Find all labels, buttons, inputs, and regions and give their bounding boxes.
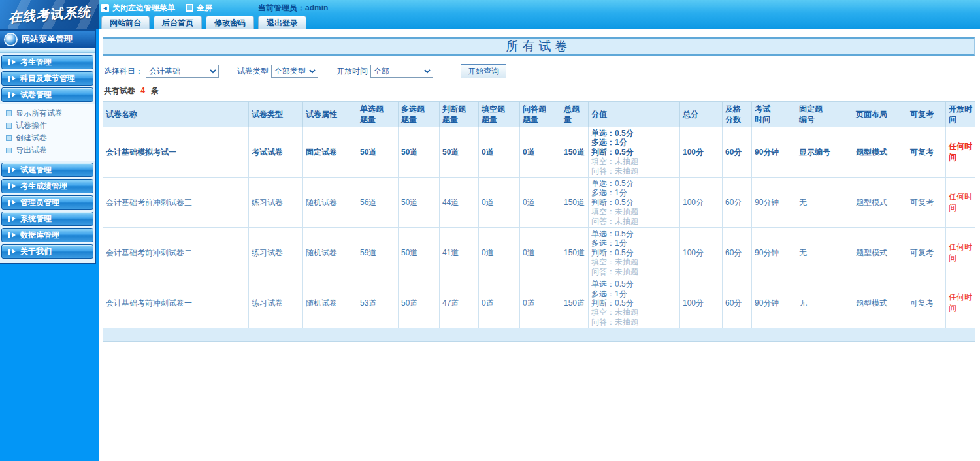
cell-retake: 可复考 — [907, 228, 946, 278]
cell-type: 练习试卷 — [249, 278, 303, 328]
cell-name: 会计基础考前冲刺试卷二 — [103, 228, 249, 278]
sidebar-item-label: 系统管理 — [20, 214, 52, 225]
cell-multi: 50道 — [399, 127, 440, 178]
tab-logout[interactable]: 退出登录 — [258, 16, 306, 29]
col-duration: 考试 时间 — [752, 102, 796, 127]
query-button[interactable]: 开始查询 — [461, 64, 506, 78]
table-row-paper-4: 会计基础考前冲刺试卷一练习试卷随机试卷53道50道47道0道0道150道单选：0… — [103, 278, 975, 328]
cell-scores: 单选：0.5分多选：1分判断：0.5分填空：未抽题问答：未抽题 — [589, 228, 680, 278]
play-bar-icon — [8, 200, 16, 206]
papers-table-header-row: 试卷名称试卷类型试卷属性单选题 题量多选题 题量判断题 题量填空题 题量问答题 … — [103, 102, 975, 127]
sidebar-subitem-export-paper[interactable]: 导出试卷 — [6, 144, 95, 157]
cell-qa: 0道 — [520, 278, 561, 328]
sidebar-submenu: 显示所有试卷试卷操作创建试卷导出试卷 — [0, 104, 95, 161]
play-bar-icon — [8, 76, 16, 82]
tab-site-front[interactable]: 网站前台 — [101, 16, 150, 29]
sidebar: 在线考试系统 网站菜单管理 考生管理科目及章节管理试卷管理显示所有试卷试卷操作创… — [0, 0, 99, 461]
score-line: 单选：0.5分 — [591, 279, 677, 289]
cell-judge: 41道 — [440, 228, 479, 278]
sidebar-item-label: 试题管理 — [20, 165, 52, 176]
cell-single: 56道 — [357, 178, 399, 228]
current-admin-label: 当前管理员：admin — [258, 3, 328, 14]
square-bullet-icon — [6, 110, 12, 116]
collapse-menu-label: 关闭左边管理菜单 — [112, 3, 175, 14]
cell-attr: 随机试卷 — [303, 278, 357, 328]
score-line: 问答：未抽题 — [591, 317, 677, 326]
sidebar-item-paper-management[interactable]: 试卷管理 — [1, 87, 93, 102]
play-bar-icon — [8, 216, 16, 222]
square-bullet-icon — [6, 135, 12, 141]
sidebar-header-label: 网站菜单管理 — [22, 33, 73, 45]
cell-layout: 题型模式 — [853, 178, 907, 228]
score-line: 填空：未抽题 — [591, 207, 677, 216]
cell-name: 会计基础考前冲刺试卷三 — [103, 178, 249, 228]
sidebar-item-question-management[interactable]: 试题管理 — [1, 163, 93, 177]
cell-single: 53道 — [357, 278, 399, 328]
tab-admin-home[interactable]: 后台首页 — [154, 16, 202, 29]
open-time-select[interactable]: 全部 — [370, 65, 433, 78]
square-bullet-icon — [6, 123, 12, 129]
cell-layout: 题型模式 — [853, 228, 907, 278]
col-type: 试卷类型 — [249, 102, 303, 127]
sidebar-subitem-create-paper[interactable]: 创建试卷 — [6, 132, 95, 144]
col-single: 单选题 题量 — [357, 102, 399, 127]
fullscreen-button[interactable]: 全屏 — [186, 3, 212, 14]
papers-count-value: 4 — [140, 86, 145, 95]
cell-total_score: 100分 — [680, 127, 723, 178]
cell-blank: 0道 — [479, 127, 520, 178]
cell-total_score: 100分 — [680, 228, 723, 278]
sidebar-item-candidate-management[interactable]: 考生管理 — [1, 55, 93, 69]
cell-fixed_no: 显示编号 — [796, 127, 853, 178]
cell-scores: 单选：0.5分多选：1分判断：0.5分填空：未抽题问答：未抽题 — [589, 278, 680, 328]
square-bullet-icon — [6, 148, 12, 153]
play-bar-icon — [8, 249, 16, 255]
col-attr: 试卷属性 — [303, 102, 357, 127]
cell-duration: 90分钟 — [752, 178, 796, 228]
cell-open_time: 任何时间 — [946, 178, 975, 228]
cell-name: 会计基础考前冲刺试卷一 — [103, 278, 249, 328]
sidebar-subitem-label: 导出试卷 — [16, 145, 47, 156]
sidebar-item-label: 数据库管理 — [20, 230, 59, 241]
cell-scores: 单选：0.5分多选：1分判断：0.5分填空：未抽题问答：未抽题 — [589, 178, 680, 228]
sidebar-item-database-management[interactable]: 数据库管理 — [1, 228, 93, 242]
sidebar-item-subject-chapter-management[interactable]: 科目及章节管理 — [1, 71, 93, 86]
score-line: 问答：未抽题 — [591, 167, 677, 176]
collapse-menu-button[interactable]: ◀ 关闭左边管理菜单 — [101, 3, 175, 14]
sidebar-item-system-management[interactable]: 系统管理 — [1, 212, 93, 226]
sidebar-item-label: 关于我们 — [20, 246, 52, 257]
sidebar-menu: 考生管理科目及章节管理试卷管理显示所有试卷试卷操作创建试卷导出试卷试题管理考生成… — [0, 55, 95, 259]
app-logo: 在线考试系统 — [0, 0, 99, 29]
cell-total: 150道 — [561, 228, 589, 278]
play-bar-icon — [8, 92, 16, 98]
score-line: 单选：0.5分 — [591, 229, 677, 238]
sidebar-item-label: 科目及章节管理 — [20, 73, 75, 84]
table-row-paper-2: 会计基础考前冲刺试卷三练习试卷随机试卷56道50道44道0道0道150道单选：0… — [103, 178, 975, 228]
cell-pass_score: 60分 — [723, 178, 752, 228]
sidebar-subitem-label: 创建试卷 — [16, 133, 47, 144]
tab-change-password[interactable]: 修改密码 — [206, 16, 254, 29]
score-line: 填空：未抽题 — [591, 157, 677, 166]
sidebar-subitem-label: 显示所有试卷 — [16, 108, 63, 119]
cell-retake: 可复考 — [907, 278, 946, 328]
sphere-icon — [5, 34, 16, 45]
col-scores: 分值 — [589, 102, 680, 127]
cell-qa: 0道 — [520, 127, 561, 178]
top-header: ◀ 关闭左边管理菜单 全屏 当前管理员：admin 网站前台后台首页修改密码退出… — [99, 0, 980, 29]
col-fixed_no: 固定题 编号 — [796, 102, 853, 127]
paper-type-filter-label: 试卷类型 — [237, 66, 269, 77]
sidebar-subitem-show-all-papers[interactable]: 显示所有试卷 — [6, 107, 95, 119]
sidebar-item-about-us[interactable]: 关于我们 — [1, 244, 93, 259]
sidebar-item-admin-management[interactable]: 管理员管理 — [1, 195, 93, 210]
cell-fixed_no: 无 — [796, 228, 853, 278]
cell-judge: 50道 — [440, 127, 479, 178]
cell-open_time: 任何时间 — [946, 278, 975, 328]
main-content: 所有试卷 选择科目： 会计基础 试卷类型 全部类型 开放时间 全部 开始查询 共… — [99, 29, 980, 461]
sidebar-item-score-management[interactable]: 考生成绩管理 — [1, 179, 93, 193]
papers-count-suffix: 条 — [150, 86, 158, 95]
subject-select[interactable]: 会计基础 — [146, 65, 219, 78]
sidebar-subitem-paper-operations[interactable]: 试卷操作 — [6, 119, 95, 132]
cell-type: 考试试卷 — [249, 127, 303, 178]
paper-type-select[interactable]: 全部类型 — [271, 65, 318, 78]
cell-duration: 90分钟 — [752, 278, 796, 328]
score-line: 单选：0.5分 — [591, 179, 677, 188]
